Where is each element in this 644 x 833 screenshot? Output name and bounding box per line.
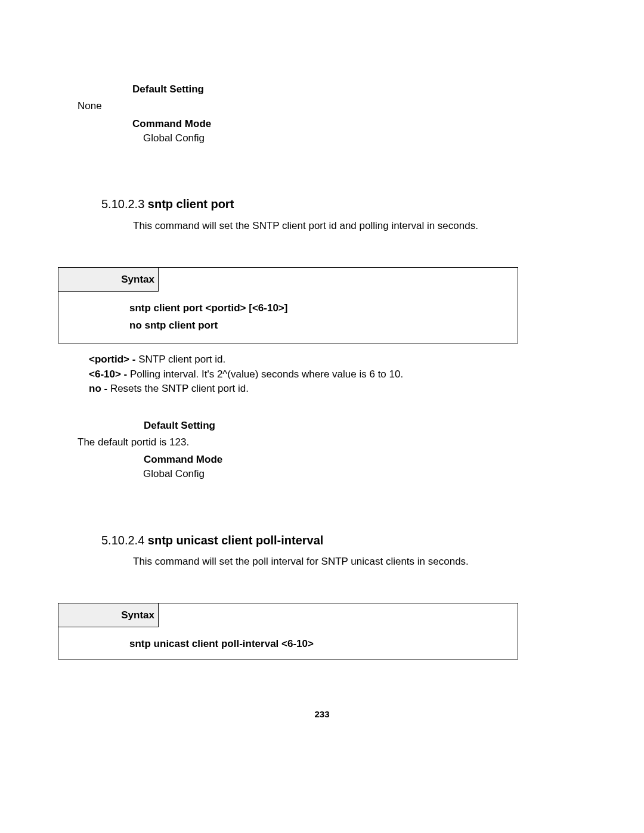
syntax-header-3: Syntax [58, 268, 159, 292]
syntax-line-3-2: no sntp client port [129, 317, 518, 335]
syntax-box-4: Syntax sntp unicast client poll-interval… [58, 603, 518, 659]
default-setting-value-3: The default portid is 123. [78, 436, 189, 448]
section-number-3: 5.10.2.3 [101, 197, 148, 210]
section-desc-4: This command will set the poll interval … [133, 556, 469, 568]
param-text-3-1: SNTP client port id. [138, 354, 225, 365]
default-setting-value-0: None [78, 100, 102, 112]
command-mode-value-0: Global Config [143, 132, 205, 144]
syntax-body-3: sntp client port <portid> [<6-10>] no sn… [58, 292, 518, 343]
section-title-4: sntp unicast client poll-interval [148, 534, 324, 547]
default-setting-label-3: Default Setting [144, 420, 215, 432]
command-mode-label-0: Command Mode [132, 118, 211, 130]
default-setting-label-0: Default Setting [132, 83, 204, 95]
param-key-3-2: <6-10> - [89, 368, 130, 380]
command-mode-value-3: Global Config [143, 468, 205, 480]
syntax-box-3: Syntax sntp client port <portid> [<6-10>… [58, 267, 518, 343]
page: Default Setting None Command Mode Global… [0, 0, 644, 833]
syntax-body-4: sntp unicast client poll-interval <6-10> [58, 627, 518, 659]
syntax-line-4-1: sntp unicast client poll-interval <6-10> [129, 636, 518, 653]
param-key-3-1: <portid> - [89, 354, 138, 365]
section-title-3: sntp client port [148, 197, 234, 210]
param-text-3-3: Resets the SNTP client port id. [110, 383, 249, 394]
section-heading-3: 5.10.2.3 sntp client port [101, 197, 234, 211]
section-heading-4: 5.10.2.4 sntp unicast client poll-interv… [101, 534, 323, 547]
syntax-header-4: Syntax [58, 603, 159, 627]
command-mode-label-3: Command Mode [144, 454, 222, 466]
page-number-wrapper: 233 [0, 709, 644, 720]
params-3: <portid> - SNTP client port id. <6-10> -… [89, 352, 530, 397]
param-row-3-3: no - Resets the SNTP client port id. [89, 382, 530, 397]
syntax-line-3-1: sntp client port <portid> [<6-10>] [129, 300, 518, 317]
section-desc-3: This command will set the SNTP client po… [133, 220, 478, 232]
param-text-3-2: Polling interval. It's 2^(value) seconds… [130, 368, 403, 380]
param-key-3-3: no - [89, 383, 110, 394]
param-row-3-2: <6-10> - Polling interval. It's 2^(value… [89, 367, 530, 382]
page-number: 233 [314, 709, 329, 719]
param-row-3-1: <portid> - SNTP client port id. [89, 352, 530, 367]
section-number-4: 5.10.2.4 [101, 534, 148, 547]
